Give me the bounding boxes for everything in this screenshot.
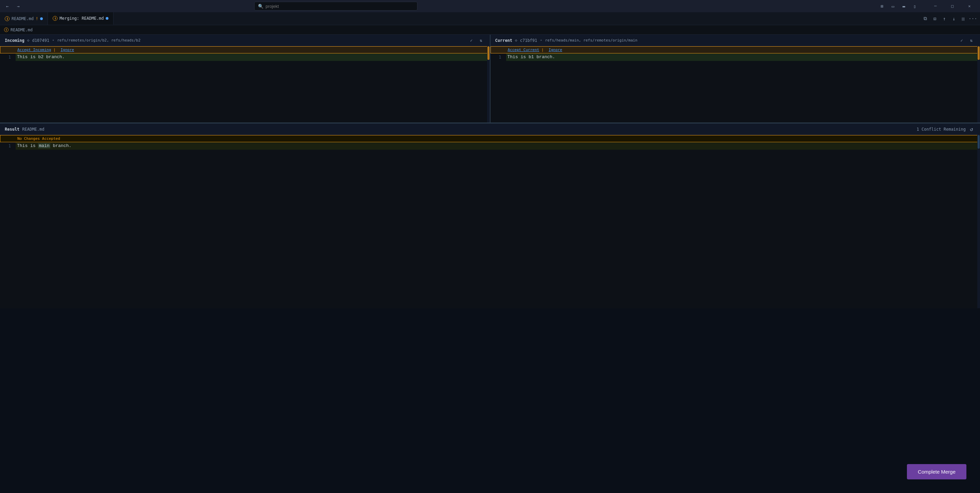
nav-back-button[interactable]: ← [3,2,12,11]
nav-buttons: ← → [3,2,23,11]
incoming-header-actions: ✓ ⇅ [468,37,485,45]
layout-split-btn[interactable]: ⊞ [877,2,887,11]
search-icon: 🔍 [258,4,263,9]
incoming-line-1: 1 This is b2 branch. [0,53,490,61]
navigate-up-btn[interactable]: ↑ [940,14,949,23]
incoming-pane-header: Incoming ◇ d107491 • refs/remotes/origin… [0,35,490,46]
current-ignore-all-btn[interactable]: ⇅ [967,37,975,45]
complete-merge-button[interactable]: Complete Merge [907,464,966,479]
window-controls: ⊞ ▭ ▬ ▯ ─ □ ✕ [877,2,977,11]
incoming-commit-icon: ◇ [27,38,30,43]
split-editor-down-btn[interactable]: ⊡ [931,14,939,23]
no-changes-banner: No Changes Accepted [0,135,980,142]
current-pane-body[interactable]: Accept Current | Ignore 1 This is b1 bra… [490,46,980,123]
more-actions-btn[interactable]: ··· [969,14,977,23]
result-header: Result README.md 1 Conflict Remaining ↺ [0,123,980,135]
incoming-sep: • [52,38,54,43]
tab-readme[interactable]: ℹ README.md ! [0,12,48,25]
current-commit-icon: ◇ [515,38,517,43]
current-scroll-thumb [978,46,980,60]
conflict-remaining: 1 Conflict Remaining ↺ [917,126,975,133]
tab-readme-label: README.md [11,16,33,21]
tab-bar-actions: ⧉ ⊡ ↑ ↓ ⫼ ··· [921,12,980,25]
tab-readme-dot [40,18,43,20]
result-section: Result README.md 1 Conflict Remaining ↺ … [0,123,980,308]
current-line-number-1: 1 [490,53,506,61]
layout-panel-btn[interactable]: ▭ [888,2,898,11]
search-bar[interactable]: 🔍 projekt [254,2,417,11]
tab-readme-warning: ! [36,16,38,21]
result-filename: README.md [22,127,44,132]
incoming-conflict-banner[interactable]: Accept Incoming | Ignore [0,46,490,53]
incoming-pane-body[interactable]: Accept Incoming | Ignore 1 This is b2 br… [0,46,490,123]
restore-button[interactable]: □ [945,2,960,11]
split-vertical-btn[interactable]: ⫼ [959,14,968,23]
incoming-scroll-thumb [487,46,490,60]
current-conflict-banner[interactable]: Accept Current | Ignore [490,46,980,53]
incoming-ignore-link[interactable]: Ignore [60,48,74,52]
layout-panel2-btn[interactable]: ▬ [899,2,908,11]
tab-bar: ℹ README.md ! ℹ Merging: README.md ⧉ ⊡ ↑… [0,12,980,25]
layout-sidebar-btn[interactable]: ▯ [910,2,920,11]
result-line-1: 1 This is main branch. [0,142,980,150]
main-content: Incoming ◇ d107491 • refs/remotes/origin… [0,35,980,493]
breadcrumb-label: README.md [11,27,33,32]
no-changes-text: No Changes Accepted [18,136,60,141]
incoming-scroll-indicator [487,46,490,123]
incoming-pane: Incoming ◇ d107491 • refs/remotes/origin… [0,35,490,123]
current-refs: refs/heads/main, refs/remotes/origin/mai… [545,38,638,43]
title-bar: ← → 🔍 projekt ⊞ ▭ ▬ ▯ ─ □ ✕ [0,0,980,12]
nav-forward-button[interactable]: → [14,2,23,11]
result-scroll-thumb [978,135,980,149]
current-line-1: 1 This is b1 branch. [490,53,980,61]
incoming-refs: refs/remotes/origin/b2, refs/heads/b2 [57,38,140,43]
current-sep: • [540,38,542,43]
result-title: Result [5,127,19,132]
conflict-remaining-text: 1 Conflict Remaining [917,127,966,132]
tab-merging[interactable]: ℹ Merging: README.md [48,12,113,25]
incoming-ignore-all-btn[interactable]: ⇅ [477,37,485,45]
result-line-content-1: This is main branch. [16,142,980,150]
minimize-button[interactable]: ─ [928,2,943,11]
navigate-down-btn[interactable]: ↓ [950,14,958,23]
search-input[interactable]: projekt [266,4,414,9]
tab-merging-dot [106,17,108,20]
current-title: Current [495,38,512,43]
close-button[interactable]: ✕ [962,2,977,11]
result-body[interactable]: No Changes Accepted 1 This is main branc… [0,135,980,308]
current-accept-link[interactable]: Accept Current [508,48,539,52]
current-accept-all-btn[interactable]: ✓ [958,37,966,45]
current-ignore-link[interactable]: Ignore [549,48,562,52]
current-sep-text: | [541,48,546,52]
incoming-accept-all-btn[interactable]: ✓ [468,37,476,45]
split-editor-right-btn[interactable]: ⧉ [921,14,930,23]
incoming-accept-link[interactable]: Accept Incoming [18,48,51,52]
current-scroll-indicator [977,46,980,123]
reset-btn[interactable]: ↺ [968,126,975,133]
incoming-line-content-1: This is b2 branch. [16,53,490,61]
current-line-content-1: This is b1 branch. [506,53,980,61]
result-scroll-indicator [977,135,980,308]
breadcrumb: ℹ README.md [0,25,980,35]
tab-merging-label: Merging: README.md [59,16,104,21]
incoming-title: Incoming [5,38,24,43]
result-line-number-1: 1 [0,142,16,150]
incoming-line-number-1: 1 [0,53,16,61]
current-pane: Current ◇ c71bf91 • refs/heads/main, ref… [490,35,980,123]
tab-merging-icon: ℹ [52,16,57,21]
breadcrumb-icon: ℹ [4,27,8,32]
incoming-sep-text: | [53,48,58,52]
bottom-area [0,308,980,493]
result-highlight-word: main [38,143,50,148]
tab-readme-icon: ℹ [5,16,10,21]
current-header-actions: ✓ ⇅ [958,37,975,45]
merge-top-section: Incoming ◇ d107491 • refs/remotes/origin… [0,35,980,123]
current-hash: c71bf91 [520,38,538,43]
incoming-hash: d107491 [32,38,49,43]
current-pane-header: Current ◇ c71bf91 • refs/heads/main, ref… [490,35,980,46]
